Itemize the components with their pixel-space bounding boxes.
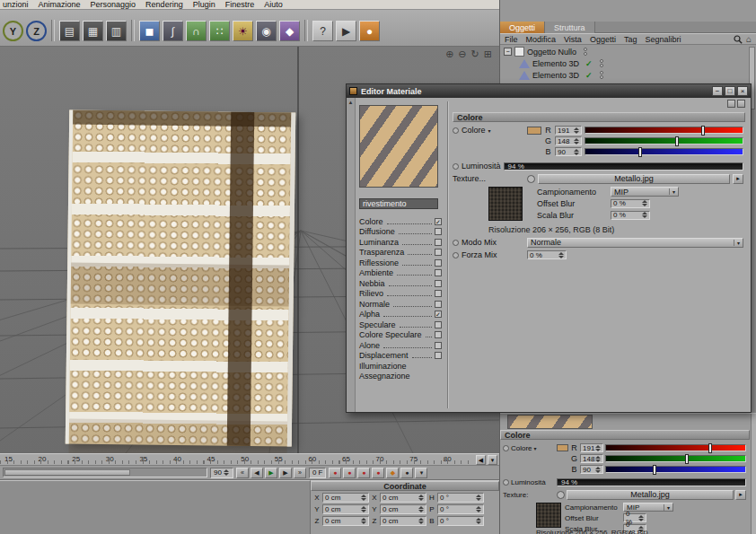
- stepper-down-icon[interactable]: [361, 498, 366, 501]
- stepper-up-icon[interactable]: [418, 495, 424, 497]
- snap-settings-button[interactable]: ▶: [336, 21, 356, 41]
- mix-mode-dropdown[interactable]: Normale ▾: [527, 238, 743, 248]
- stepper-up-icon[interactable]: [642, 212, 647, 214]
- channel-checkbox[interactable]: [435, 301, 442, 308]
- scale-blur-field[interactable]: 0 %: [611, 211, 650, 220]
- lock-icon[interactable]: [727, 100, 735, 108]
- stepper-up-icon[interactable]: [361, 506, 366, 509]
- channel-checkbox[interactable]: [435, 228, 442, 235]
- stepper-down-icon[interactable]: [476, 498, 481, 501]
- stepper-up-icon[interactable]: [476, 506, 481, 509]
- sampling-dropdown[interactable]: MIP ▾: [611, 187, 679, 197]
- stepper-up-icon[interactable]: [595, 456, 601, 459]
- value-stepper[interactable]: [641, 200, 647, 206]
- channel-checkbox[interactable]: [435, 280, 442, 287]
- expander-icon[interactable]: −: [504, 48, 512, 56]
- channel-rilievo[interactable]: Rilievo: [359, 289, 442, 300]
- stepper-down-icon[interactable]: [642, 215, 647, 218]
- texture-thumbnail[interactable]: [536, 503, 561, 528]
- scale-y-field[interactable]: 0 cm: [380, 504, 426, 514]
- r-slider[interactable]: [605, 444, 746, 451]
- g-slider[interactable]: [605, 455, 746, 462]
- stepper-down-icon[interactable]: [574, 142, 579, 144]
- lock-y-axis-button[interactable]: Y: [3, 21, 23, 41]
- channel-alone[interactable]: Alone: [359, 340, 442, 351]
- texture-options-button[interactable]: [527, 175, 535, 183]
- menu-modifica[interactable]: Modifica: [526, 35, 557, 44]
- stepper-up-icon[interactable]: [595, 467, 601, 469]
- minimize-button[interactable]: −: [712, 86, 723, 96]
- value-stepper[interactable]: [475, 518, 481, 524]
- g-value-field[interactable]: 148: [555, 136, 582, 145]
- channel-checkbox[interactable]: [435, 352, 442, 359]
- mix-strength-field[interactable]: 0 %: [527, 250, 567, 259]
- texture-browse-button[interactable]: ▸: [735, 490, 746, 500]
- channel-checkbox[interactable]: ✓: [435, 311, 442, 318]
- goto-end-button[interactable]: »: [294, 468, 306, 478]
- menu-item-animazione[interactable]: Animazione: [39, 0, 81, 9]
- animation-dot-icon[interactable]: [453, 127, 459, 134]
- position-x-field[interactable]: 0 cm: [322, 493, 369, 503]
- start-frame-field[interactable]: 90: [210, 468, 233, 478]
- channel-illuminazione[interactable]: Illuminazione: [359, 361, 442, 372]
- tab-struttura[interactable]: Struttura: [545, 22, 595, 33]
- prev-frame-button[interactable]: ◀: [251, 468, 263, 478]
- channel-alpha[interactable]: Alpha✓: [359, 310, 442, 320]
- editor-left-scrollbar[interactable]: ▲: [347, 98, 356, 412]
- autokey-button[interactable]: ●: [400, 468, 413, 478]
- rotate-view-icon[interactable]: ↻: [471, 49, 479, 59]
- texture-browse-button[interactable]: ▸: [733, 174, 743, 184]
- slider-handle-icon[interactable]: [708, 443, 712, 453]
- zoom-view-icon[interactable]: ⊖: [458, 49, 466, 59]
- add-deformer-button[interactable]: ◆: [279, 21, 300, 41]
- timeline-ruler[interactable]: ◀▾ 1520253035404550556065707580: [0, 453, 499, 466]
- channel-trasparenza[interactable]: Trasparenza: [359, 248, 442, 258]
- add-light-button[interactable]: ☀: [233, 21, 253, 41]
- material-preview[interactable]: [359, 105, 438, 188]
- record-scale-button[interactable]: ●: [357, 468, 370, 478]
- menu-oggetti[interactable]: Oggetti: [590, 35, 616, 44]
- channel-luminanza[interactable]: Luminanza: [359, 237, 442, 248]
- texture-options-button[interactable]: [557, 491, 565, 499]
- r-value-field[interactable]: 191: [580, 443, 603, 452]
- menu-item-unzioni[interactable]: unzioni: [3, 0, 29, 9]
- record-parameters-button[interactable]: ◆: [386, 468, 399, 478]
- slider-handle-icon[interactable]: [685, 454, 689, 464]
- stepper-up-icon[interactable]: [638, 515, 644, 518]
- value-stepper[interactable]: [475, 506, 481, 512]
- channel-assegnazione[interactable]: Assegnazione: [359, 372, 442, 382]
- expand-caret-icon[interactable]: ▾: [488, 127, 491, 134]
- visibility-dot-icon[interactable]: [600, 75, 603, 79]
- r-value-field[interactable]: 191: [555, 126, 582, 135]
- value-stepper[interactable]: [594, 445, 601, 451]
- material-editor-titlebar[interactable]: Editor Materiale − □ ×: [347, 84, 751, 98]
- value-stepper[interactable]: [641, 212, 647, 218]
- texture-file-button[interactable]: Metallo.jpg: [567, 490, 734, 500]
- stepper-down-icon[interactable]: [476, 510, 481, 512]
- channel-checkbox[interactable]: [435, 249, 442, 256]
- value-stepper[interactable]: [594, 467, 601, 473]
- animation-dot-icon[interactable]: [503, 445, 509, 451]
- stepper-down-icon[interactable]: [595, 460, 601, 462]
- value-stepper[interactable]: [360, 495, 366, 501]
- rotation-b-field[interactable]: 0 °: [437, 516, 484, 526]
- channel-ambiente[interactable]: Ambiente: [359, 268, 442, 279]
- brightness-slider[interactable]: 94 %: [504, 162, 743, 171]
- channel-colore-speculare[interactable]: Colore Speculare: [359, 330, 442, 341]
- scale-z-field[interactable]: 0 cm: [380, 516, 426, 526]
- position-z-field[interactable]: 0 cm: [322, 516, 369, 526]
- home-icon[interactable]: ⌂: [746, 35, 752, 44]
- animation-dot-icon[interactable]: [453, 163, 459, 170]
- render-view-button[interactable]: ▤: [59, 21, 80, 41]
- selection-help-tool-button[interactable]: ?: [312, 21, 333, 41]
- timeline-options-button[interactable]: ▾: [488, 455, 497, 465]
- enabled-check-icon[interactable]: ✓: [585, 71, 593, 80]
- channel-checkbox[interactable]: [435, 321, 442, 328]
- channel-checkbox[interactable]: [435, 239, 442, 246]
- panel-divider[interactable]: [447, 101, 449, 408]
- stepper-down-icon[interactable]: [638, 519, 644, 521]
- stepper-down-icon[interactable]: [595, 470, 601, 473]
- stepper-up-icon[interactable]: [361, 495, 366, 497]
- stepper-down-icon[interactable]: [642, 204, 647, 206]
- stepper-down-icon[interactable]: [476, 521, 481, 524]
